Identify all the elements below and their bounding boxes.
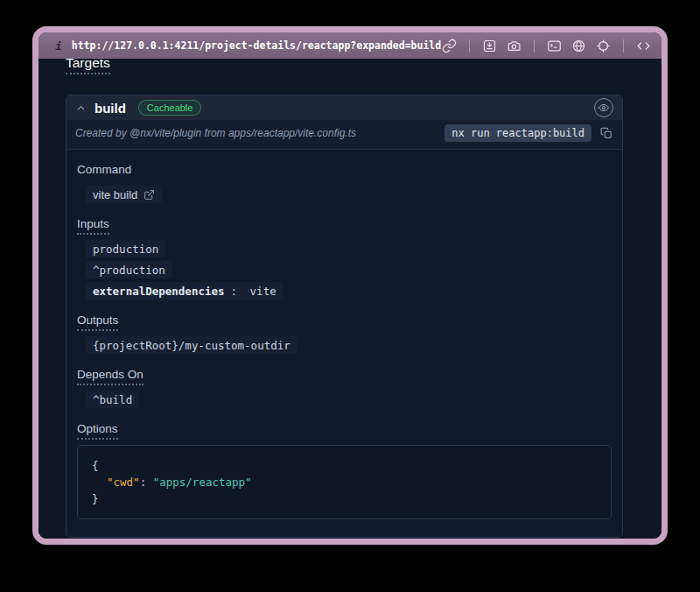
- split-view-icon[interactable]: [660, 38, 668, 54]
- code-icon[interactable]: [635, 38, 652, 54]
- project-details-page: Targets build Cacheable Created by @nx/v…: [38, 59, 662, 539]
- output-item: {projectRoot}/my-custom-outdir: [86, 336, 612, 354]
- depends-on-item: ^build: [86, 391, 612, 408]
- terminal-icon[interactable]: [546, 38, 563, 54]
- link-icon[interactable]: [441, 38, 458, 54]
- build-target-subheader: Created by @nx/vite/plugin from apps/rea…: [66, 120, 622, 150]
- run-command-group: nx run reactapp:build: [444, 124, 613, 142]
- copy-icon: [600, 127, 612, 139]
- crosshair-icon[interactable]: [595, 38, 612, 54]
- globe-icon[interactable]: [570, 38, 587, 54]
- input-item-keyed: externalDependencies: vite: [86, 282, 612, 300]
- open-config-link[interactable]: [144, 189, 155, 201]
- eye-icon: [598, 102, 610, 114]
- browser-toolbar: i http://127.0.0.1:4211/project-details/…: [38, 32, 662, 59]
- build-target-header[interactable]: build Cacheable: [66, 95, 622, 120]
- cacheable-badge: Cacheable: [138, 100, 202, 116]
- browser-window: i http://127.0.0.1:4211/project-details/…: [32, 26, 668, 545]
- json-cwd-line: "cwd": "apps/reactapp": [92, 474, 597, 490]
- chevron-up-icon: [75, 102, 87, 114]
- depends-on-label: Depends On: [77, 368, 612, 381]
- info-icon: i: [55, 39, 62, 53]
- targets-heading: Targets: [66, 59, 623, 71]
- inputs-label: Inputs: [77, 217, 612, 230]
- toolbar-divider: [534, 39, 535, 53]
- build-target-card: build Cacheable Created by @nx/vite/plug…: [66, 95, 623, 538]
- view-target-graph-button[interactable]: [594, 98, 613, 117]
- json-open-brace: {: [92, 457, 597, 474]
- outputs-label: Outputs: [77, 314, 612, 327]
- options-json-block: { "cwd": "apps/reactapp" }: [77, 445, 612, 519]
- target-name: build: [94, 101, 126, 116]
- command-row: vite build: [86, 186, 612, 203]
- save-capture-icon[interactable]: [481, 38, 498, 54]
- toolbar-divider: [623, 39, 624, 53]
- toolbar-divider: [469, 39, 470, 53]
- input-item: production: [86, 240, 612, 257]
- options-label: Options: [77, 422, 612, 435]
- run-command-chip: nx run reactapp:build: [444, 124, 592, 142]
- created-by-text: Created by @nx/vite/plugin from apps/rea…: [75, 127, 356, 139]
- input-item: ^production: [86, 261, 612, 278]
- external-link-icon: [144, 189, 155, 201]
- toolbar-icon-group: [441, 38, 668, 54]
- copy-command-button[interactable]: [599, 126, 613, 140]
- json-close-brace: }: [92, 490, 597, 507]
- url-text[interactable]: http://127.0.0.1:4211/project-details/re…: [72, 39, 441, 52]
- command-label: Command: [77, 163, 612, 176]
- build-target-body: Command vite build Inputs production: [66, 150, 622, 537]
- camera-icon[interactable]: [506, 38, 522, 54]
- command-value: vite build: [86, 186, 162, 203]
